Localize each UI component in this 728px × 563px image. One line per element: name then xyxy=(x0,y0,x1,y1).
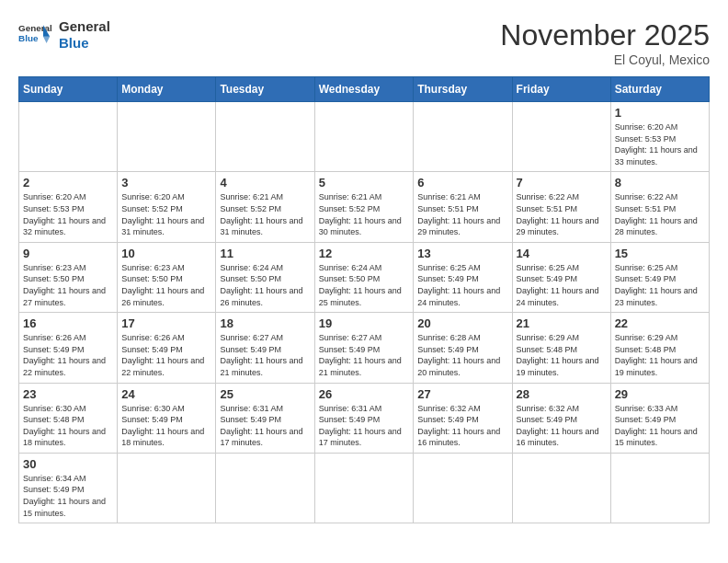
day-cell-11: 11 Sunrise: 6:24 AMSunset: 5:50 PMDaylig… xyxy=(216,242,314,312)
day-info: Sunrise: 6:27 AMSunset: 5:49 PMDaylight:… xyxy=(319,332,410,378)
header-saturday: Saturday xyxy=(610,77,709,102)
day-cell-7: 7 Sunrise: 6:22 AMSunset: 5:51 PMDayligh… xyxy=(512,172,610,242)
day-cell-26: 26 Sunrise: 6:31 AMSunset: 5:49 PMDaylig… xyxy=(314,383,414,453)
day-cell-21: 21 Sunrise: 6:29 AMSunset: 5:48 PMDaylig… xyxy=(512,313,610,383)
day-info: Sunrise: 6:33 AMSunset: 5:49 PMDaylight:… xyxy=(615,403,705,449)
day-info: Sunrise: 6:24 AMSunset: 5:50 PMDaylight:… xyxy=(220,262,310,308)
day-cell-17: 17 Sunrise: 6:26 AMSunset: 5:49 PMDaylig… xyxy=(118,313,216,383)
empty-cell xyxy=(610,453,709,523)
day-cell-23: 23 Sunrise: 6:30 AMSunset: 5:48 PMDaylig… xyxy=(19,383,118,453)
day-number: 9 xyxy=(23,247,113,260)
day-info: Sunrise: 6:23 AMSunset: 5:50 PMDaylight:… xyxy=(121,262,211,308)
day-number: 26 xyxy=(319,387,410,401)
header-wednesday: Wednesday xyxy=(314,77,414,102)
day-info: Sunrise: 6:26 AMSunset: 5:49 PMDaylight:… xyxy=(121,332,211,378)
day-info: Sunrise: 6:30 AMSunset: 5:48 PMDaylight:… xyxy=(23,403,113,449)
empty-cell xyxy=(414,453,512,523)
day-info: Sunrise: 6:24 AMSunset: 5:50 PMDaylight:… xyxy=(319,262,410,308)
day-number: 17 xyxy=(121,316,211,330)
day-cell-8: 8 Sunrise: 6:22 AMSunset: 5:51 PMDayligh… xyxy=(610,172,709,242)
day-info: Sunrise: 6:22 AMSunset: 5:51 PMDaylight:… xyxy=(517,191,607,237)
table-row: 30 Sunrise: 6:34 AMSunset: 5:49 PMDaylig… xyxy=(19,453,710,523)
day-number: 23 xyxy=(23,387,113,401)
svg-marker-3 xyxy=(43,37,50,43)
day-info: Sunrise: 6:21 AMSunset: 5:52 PMDaylight:… xyxy=(220,191,310,237)
day-cell-16: 16 Sunrise: 6:26 AMSunset: 5:49 PMDaylig… xyxy=(19,313,118,383)
empty-cell xyxy=(19,102,118,172)
day-cell-1: 1 Sunrise: 6:20 AMSunset: 5:53 PMDayligh… xyxy=(610,102,709,172)
day-info: Sunrise: 6:21 AMSunset: 5:52 PMDaylight:… xyxy=(319,191,410,237)
day-info: Sunrise: 6:25 AMSunset: 5:49 PMDaylight:… xyxy=(615,262,705,308)
day-cell-10: 10 Sunrise: 6:23 AMSunset: 5:50 PMDaylig… xyxy=(118,242,216,312)
day-number: 15 xyxy=(615,247,705,260)
day-number: 30 xyxy=(23,457,113,471)
empty-cell xyxy=(314,453,414,523)
day-number: 12 xyxy=(319,247,410,260)
day-info: Sunrise: 6:20 AMSunset: 5:53 PMDaylight:… xyxy=(615,121,705,167)
day-number: 8 xyxy=(615,176,705,190)
day-number: 5 xyxy=(319,176,410,190)
day-number: 16 xyxy=(23,316,113,330)
day-cell-4: 4 Sunrise: 6:21 AMSunset: 5:52 PMDayligh… xyxy=(216,172,314,242)
month-title: November 2025 xyxy=(500,18,710,52)
day-number: 3 xyxy=(121,176,211,190)
day-info: Sunrise: 6:29 AMSunset: 5:48 PMDaylight:… xyxy=(517,332,607,378)
svg-text:Blue: Blue xyxy=(18,33,39,43)
logo-blue-text: Blue xyxy=(59,35,110,52)
day-number: 7 xyxy=(517,176,607,190)
day-cell-27: 27 Sunrise: 6:32 AMSunset: 5:49 PMDaylig… xyxy=(414,383,512,453)
day-info: Sunrise: 6:32 AMSunset: 5:49 PMDaylight:… xyxy=(517,403,607,449)
day-cell-20: 20 Sunrise: 6:28 AMSunset: 5:49 PMDaylig… xyxy=(414,313,512,383)
table-row: 1 Sunrise: 6:20 AMSunset: 5:53 PMDayligh… xyxy=(19,102,710,172)
header-monday: Monday xyxy=(118,77,216,102)
day-cell-22: 22 Sunrise: 6:29 AMSunset: 5:48 PMDaylig… xyxy=(610,313,709,383)
day-number: 11 xyxy=(220,247,310,260)
day-info: Sunrise: 6:23 AMSunset: 5:50 PMDaylight:… xyxy=(23,262,113,308)
day-cell-25: 25 Sunrise: 6:31 AMSunset: 5:49 PMDaylig… xyxy=(216,383,314,453)
day-info: Sunrise: 6:20 AMSunset: 5:53 PMDaylight:… xyxy=(23,191,113,237)
title-block: November 2025 El Coyul, Mexico xyxy=(500,18,710,67)
day-cell-15: 15 Sunrise: 6:25 AMSunset: 5:49 PMDaylig… xyxy=(610,242,709,312)
table-row: 23 Sunrise: 6:30 AMSunset: 5:48 PMDaylig… xyxy=(19,383,710,453)
header-tuesday: Tuesday xyxy=(216,77,314,102)
day-info: Sunrise: 6:31 AMSunset: 5:49 PMDaylight:… xyxy=(220,403,310,449)
weekday-header-row: Sunday Monday Tuesday Wednesday Thursday… xyxy=(19,77,710,102)
day-number: 1 xyxy=(615,106,705,120)
empty-cell xyxy=(216,453,314,523)
empty-cell xyxy=(414,102,512,172)
day-number: 28 xyxy=(517,387,607,401)
table-row: 2 Sunrise: 6:20 AMSunset: 5:53 PMDayligh… xyxy=(19,172,710,242)
header-sunday: Sunday xyxy=(19,77,118,102)
day-info: Sunrise: 6:31 AMSunset: 5:49 PMDaylight:… xyxy=(319,403,410,449)
table-row: 16 Sunrise: 6:26 AMSunset: 5:49 PMDaylig… xyxy=(19,313,710,383)
day-cell-19: 19 Sunrise: 6:27 AMSunset: 5:49 PMDaylig… xyxy=(314,313,414,383)
table-row: 9 Sunrise: 6:23 AMSunset: 5:50 PMDayligh… xyxy=(19,242,710,312)
day-cell-18: 18 Sunrise: 6:27 AMSunset: 5:49 PMDaylig… xyxy=(216,313,314,383)
day-info: Sunrise: 6:25 AMSunset: 5:49 PMDaylight:… xyxy=(517,262,607,308)
day-number: 27 xyxy=(417,387,507,401)
day-number: 18 xyxy=(220,316,310,330)
day-number: 25 xyxy=(220,387,310,401)
empty-cell xyxy=(118,453,216,523)
day-cell-3: 3 Sunrise: 6:20 AMSunset: 5:52 PMDayligh… xyxy=(118,172,216,242)
day-cell-14: 14 Sunrise: 6:25 AMSunset: 5:49 PMDaylig… xyxy=(512,242,610,312)
header-friday: Friday xyxy=(512,77,610,102)
day-cell-9: 9 Sunrise: 6:23 AMSunset: 5:50 PMDayligh… xyxy=(19,242,118,312)
header: General Blue General Blue November 2025 … xyxy=(18,18,710,67)
empty-cell xyxy=(118,102,216,172)
empty-cell xyxy=(512,453,610,523)
day-cell-13: 13 Sunrise: 6:25 AMSunset: 5:49 PMDaylig… xyxy=(414,242,512,312)
empty-cell xyxy=(314,102,414,172)
header-thursday: Thursday xyxy=(414,77,512,102)
day-number: 19 xyxy=(319,316,410,330)
calendar: Sunday Monday Tuesday Wednesday Thursday… xyxy=(18,76,710,523)
day-cell-28: 28 Sunrise: 6:32 AMSunset: 5:49 PMDaylig… xyxy=(512,383,610,453)
day-cell-24: 24 Sunrise: 6:30 AMSunset: 5:49 PMDaylig… xyxy=(118,383,216,453)
day-number: 6 xyxy=(417,176,507,190)
day-info: Sunrise: 6:34 AMSunset: 5:49 PMDaylight:… xyxy=(23,473,113,519)
logo-icon: General Blue xyxy=(18,18,51,52)
day-info: Sunrise: 6:25 AMSunset: 5:49 PMDaylight:… xyxy=(417,262,507,308)
day-info: Sunrise: 6:20 AMSunset: 5:52 PMDaylight:… xyxy=(121,191,211,237)
empty-cell xyxy=(512,102,610,172)
day-number: 4 xyxy=(220,176,310,190)
